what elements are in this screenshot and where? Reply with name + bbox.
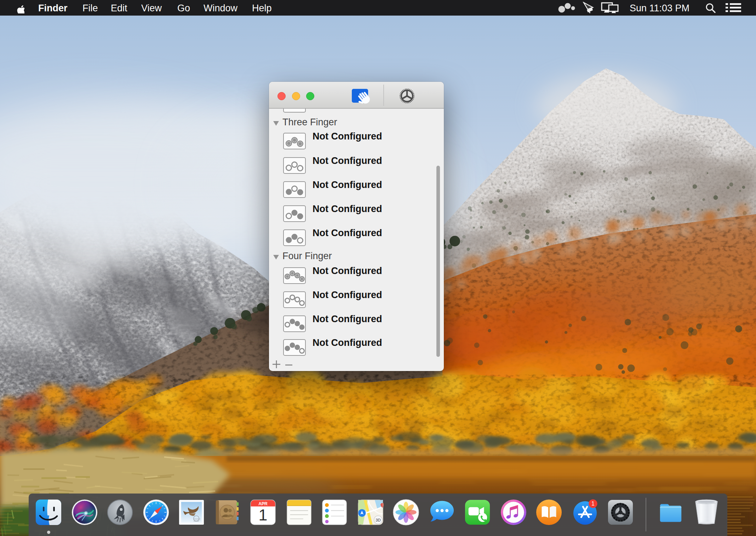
svg-text:1: 1 — [591, 501, 595, 507]
svg-text:3D: 3D — [376, 518, 380, 522]
svg-text:APR: APR — [258, 501, 268, 506]
svg-text:1: 1 — [259, 506, 268, 524]
